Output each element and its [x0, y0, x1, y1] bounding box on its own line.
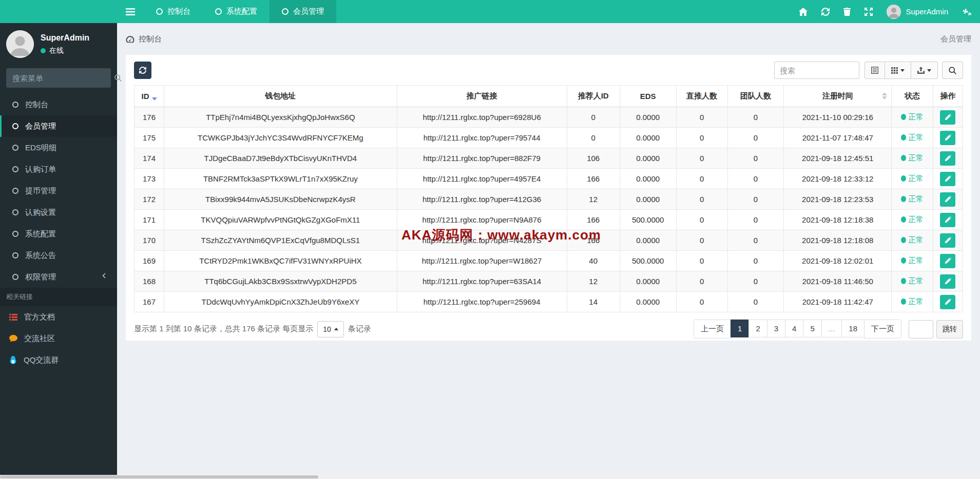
horizontal-scrollbar[interactable] — [0, 475, 980, 479]
cell-promo-link: http://1211.rglxc.top?uper=795744 — [397, 128, 567, 148]
cell-register-time: 2021-09-18 12:23:53 — [784, 189, 892, 210]
table-row: 175TCWKGPJb43jYJchYC3S4WvdRFNYCF7KEMghtt… — [134, 128, 963, 148]
export-button[interactable] — [911, 62, 938, 79]
cell-promo-link: http://1211.rglxc.top?uper=259694 — [397, 292, 567, 312]
refresh-icon[interactable] — [821, 8, 830, 16]
tab-2[interactable]: 系统配置 — [203, 0, 270, 23]
page-size-dropdown[interactable]: 10 — [317, 321, 344, 337]
sidebar-item-5[interactable]: 提币管理 — [0, 180, 117, 202]
column-header-6: 直推人数 — [676, 86, 727, 107]
search-icon[interactable] — [114, 74, 122, 82]
tab-3[interactable]: 会员管理 — [270, 0, 336, 23]
table-search-input[interactable] — [774, 62, 859, 79]
circle-o-icon — [12, 123, 18, 129]
search-button[interactable] — [942, 62, 963, 79]
edit-button[interactable] — [940, 110, 955, 125]
edit-button[interactable] — [940, 172, 955, 186]
sidebar-link-label: QQ交流群 — [24, 355, 59, 365]
sidebar-link-1[interactable]: 官方文档 — [0, 306, 117, 328]
sidebar-item-4[interactable]: 认购订单 — [0, 158, 117, 180]
table-row: 170TSzhZcZYAYtNm6QVP1ExCqVfgu8MDQLsS1htt… — [134, 230, 963, 251]
caret-up-icon — [334, 328, 338, 330]
chevron-left-icon — [102, 273, 106, 278]
edit-button[interactable] — [940, 131, 955, 145]
sidebar-toggle-button[interactable] — [117, 0, 144, 23]
next-page-button[interactable]: 下一页 — [864, 320, 901, 338]
cell-id: 169 — [134, 251, 164, 271]
cell-actions — [933, 169, 963, 189]
page-button-3[interactable]: 3 — [767, 320, 785, 337]
sidebar-section-header: 相关链接 — [0, 288, 117, 306]
cell-team-count: 0 — [727, 148, 784, 169]
sidebar-item-2[interactable]: 会员管理 — [0, 115, 117, 137]
column-header-1[interactable]: ID — [134, 86, 164, 107]
sidebar-item-9[interactable]: 权限管理 — [0, 266, 117, 288]
sidebar-item-3[interactable]: EDS明细 — [0, 137, 117, 158]
edit-button[interactable] — [940, 254, 955, 268]
app-root: 控制台系统配置会员管理 SuperAdmin — [0, 0, 980, 479]
prev-page-button[interactable]: 上一页 — [694, 320, 731, 338]
circle-o-icon — [282, 8, 289, 15]
sidebar-item-1[interactable]: 控制台 — [0, 94, 117, 115]
cell-referrer-id: 14 — [567, 292, 620, 312]
page-button-4[interactable]: 4 — [785, 320, 803, 337]
pencil-icon — [945, 114, 951, 121]
edit-button[interactable] — [940, 192, 955, 207]
sidebar-item-6[interactable]: 认购设置 — [0, 202, 117, 223]
cell-actions — [933, 148, 963, 169]
cell-wallet-address: TKVQQpiuVARWpfvvPtNGtQkGZgXGoFmX11 — [164, 210, 397, 230]
settings-cogs-icon[interactable] — [962, 8, 972, 16]
cell-eds: 0.0000 — [620, 107, 676, 128]
sidebar-item-label: EDS明细 — [25, 143, 56, 153]
cell-promo-link: http://1211.rglxc.top?uper=412G36 — [397, 189, 567, 210]
pencil-icon — [945, 155, 951, 162]
cell-status: 正常 — [892, 169, 933, 189]
cell-wallet-address: TCWKGPJb43jYJchYC3S4WvdRFNYCF7KEMg — [164, 128, 397, 148]
refresh-table-button[interactable] — [134, 62, 151, 79]
cell-promo-link: http://1211.rglxc.top?uper=6928U6 — [397, 107, 567, 128]
columns-button[interactable] — [885, 62, 911, 79]
sidebar-item-7[interactable]: 系统配置 — [0, 223, 117, 245]
cell-wallet-address: TBixx99k944mvA5JSUKsDbeNcrwpzK4ysR — [164, 189, 397, 210]
edit-button[interactable] — [940, 213, 955, 227]
scrollbar-thumb[interactable] — [0, 475, 318, 478]
sidebar-link-3[interactable]: QQ交流群 — [0, 349, 117, 371]
column-header-2: 钱包地址 — [164, 86, 397, 107]
sort-desc-icon — [152, 97, 157, 101]
column-header-9: 状态 — [892, 86, 933, 107]
page-button-2[interactable]: 2 — [748, 320, 767, 337]
trash-icon[interactable] — [843, 8, 851, 16]
cell-id: 167 — [134, 292, 164, 312]
sidebar-item-8[interactable]: 系统公告 — [0, 245, 117, 266]
edit-button[interactable] — [940, 233, 955, 248]
cell-team-count: 0 — [727, 189, 784, 210]
pencil-icon — [945, 175, 951, 182]
user-menu[interactable]: SuperAdmin — [887, 5, 948, 19]
cell-id: 172 — [134, 189, 164, 210]
column-header-8[interactable]: 注册时间 — [784, 86, 892, 107]
page-button-5[interactable]: 5 — [803, 320, 821, 337]
sidebar-link-2[interactable]: 交流社区 — [0, 328, 117, 349]
detail-view-button[interactable] — [864, 62, 885, 79]
tab-1[interactable]: 控制台 — [144, 0, 203, 23]
cell-register-time: 2021-09-18 12:33:12 — [784, 169, 892, 189]
page-button-1[interactable]: 1 — [731, 320, 749, 337]
page-button-18[interactable]: 18 — [841, 320, 864, 337]
cell-direct-count: 0 — [676, 189, 727, 210]
sidebar-search-input[interactable] — [12, 74, 114, 83]
jump-page-input[interactable] — [909, 320, 933, 338]
fullscreen-icon[interactable] — [864, 8, 873, 16]
home-icon[interactable] — [799, 8, 808, 16]
sidebar-avatar — [6, 30, 34, 58]
edit-button[interactable] — [940, 274, 955, 289]
table-row: 176TTpEhj7n4mi4BQLyexsKjxhgQpJoHwxS6Qhtt… — [134, 107, 963, 128]
column-label: 推荐人ID — [578, 91, 609, 100]
jump-button[interactable]: 跳转 — [936, 320, 963, 338]
cell-status: 正常 — [892, 210, 933, 230]
tab-label: 系统配置 — [226, 7, 257, 16]
edit-button[interactable] — [940, 151, 955, 166]
edit-button[interactable] — [940, 295, 955, 309]
cell-team-count: 0 — [727, 230, 784, 251]
cell-eds: 0.0000 — [620, 271, 676, 292]
sidebar-item-label: 系统配置 — [25, 229, 56, 239]
